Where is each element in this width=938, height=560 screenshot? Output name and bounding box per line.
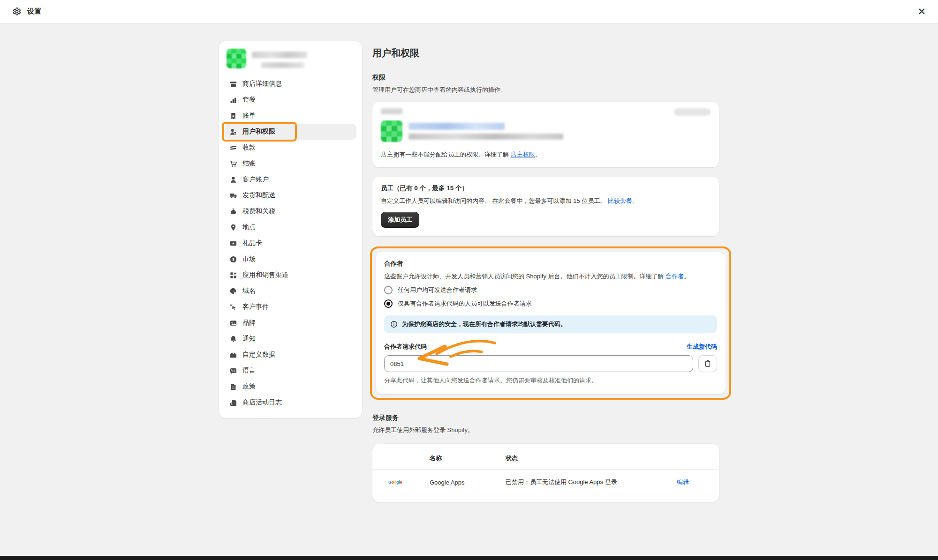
bottom-taskbar-strip [0, 556, 938, 560]
sidebar-item-markets[interactable]: $市场 [225, 251, 356, 267]
sidebar-item-languages[interactable]: A文语言 [225, 363, 356, 379]
gift-cards-icon [229, 239, 237, 247]
section-title: 用户和权限 [372, 47, 719, 60]
sidebar-item-payments[interactable]: 收款 [225, 140, 356, 156]
store-avatar [227, 49, 246, 68]
sidebar-item-notifications[interactable]: 通知 [225, 331, 356, 347]
radio-selected-icon[interactable] [384, 299, 393, 308]
users-permissions-icon [229, 128, 237, 136]
sidebar-item-store-activity-log[interactable]: 商店活动日志 [225, 395, 356, 411]
sidebar-item-apps-channels[interactable]: 应用和销售渠道 [225, 267, 356, 283]
sidebar-item-label: 商店活动日志 [242, 398, 282, 407]
sidebar-item-label: 应用和销售渠道 [242, 271, 288, 279]
sidebar-item-checkout[interactable]: 结账 [225, 156, 356, 172]
info-banner: 为保护您商店的安全，现在所有合作者请求均默认需要代码。 [384, 315, 717, 333]
owner-avatar [381, 120, 402, 142]
sidebar-item-users-permissions[interactable]: 用户和权限 [225, 124, 356, 140]
code-label: 合作者请求代码 [384, 343, 427, 351]
owner-badge-redacted [674, 108, 711, 116]
clipboard-icon [704, 360, 711, 367]
column-status: 状态 [506, 454, 677, 463]
sidebar-item-label: 域名 [242, 287, 256, 295]
login-services-heading: 登录服务 [372, 414, 719, 422]
sidebar-item-label: 市场 [242, 255, 256, 263]
login-services-card: 名称 状态 GoogleGoogle Apps已禁用：员工无法使用 Google… [372, 444, 719, 502]
close-icon[interactable]: ✕ [917, 7, 926, 16]
copy-code-button[interactable] [698, 355, 717, 372]
apps-channels-icon [229, 271, 237, 279]
compare-plans-link[interactable]: 比较套餐。 [608, 197, 638, 204]
svg-text:$: $ [232, 257, 234, 261]
table-body: GoogleGoogle Apps已禁用：员工无法使用 Google Apps … [372, 469, 719, 495]
sidebar-item-label: 发货和配送 [242, 191, 275, 200]
service-status: 已禁用：员工无法使用 Google Apps 登录 [506, 478, 677, 486]
policies-icon [229, 383, 237, 391]
store-name-redacted [252, 52, 307, 58]
sidebar-item-label: 地点 [242, 223, 256, 231]
info-banner-text: 为保护您商店的安全，现在所有合作者请求均默认需要代码。 [402, 320, 567, 329]
notifications-icon [229, 335, 237, 343]
plan-icon [229, 96, 237, 104]
radio-unselected-icon[interactable] [384, 286, 393, 294]
sidebar-item-plan[interactable]: 套餐 [225, 92, 356, 108]
domains-icon [229, 287, 237, 295]
annotation-highlight-box-collaborators: 合作者 这些账户允许设计师、开发人员和营销人员访问您的 Shopify 后台。他… [370, 246, 731, 400]
settings-sidebar: 商店详细信息套餐账单用户和权限收款结账客户账户发货和配送税费和关税地点礼品卡$市… [219, 41, 362, 418]
radio-option-code-required[interactable]: 仅具有合作者请求代码的人员可以发送合作者请求 [384, 299, 717, 308]
collaborators-link[interactable]: 合作者 [666, 273, 684, 280]
radio-any-label: 任何用户均可发送合作者请求 [398, 286, 477, 294]
sidebar-item-shipping[interactable]: 发货和配送 [225, 187, 356, 203]
customer-events-icon [229, 303, 237, 311]
code-help-text: 分享此代码，让其他人向您发送合作者请求。您仍需要审核及核准他们的请求。 [384, 376, 717, 385]
sidebar-item-label: 语言 [242, 366, 256, 375]
google-logo-icon: Google [388, 480, 430, 485]
service-name: Google Apps [430, 479, 506, 486]
sidebar-item-custom-data[interactable]: 自定义数据 [225, 347, 356, 363]
billing-icon [229, 112, 237, 120]
sidebar-item-label: 礼品卡 [242, 239, 262, 247]
settings-titlebar: 设置 ✕ [0, 0, 938, 23]
sidebar-item-label: 用户和权限 [242, 127, 275, 136]
customer-accounts-icon [229, 176, 237, 184]
sidebar-item-customer-accounts[interactable]: 客户账户 [225, 172, 356, 187]
shipping-icon [229, 192, 237, 200]
owner-permissions-link[interactable]: 店主权限 [511, 151, 535, 158]
collaborators-description: 这些账户允许设计师、开发人员和营销人员访问您的 Shopify 后台。他们不计入… [384, 273, 666, 280]
collaborator-code-input[interactable] [384, 355, 693, 372]
sidebar-item-label: 客户账户 [242, 175, 269, 184]
staff-card: 员工（已有 0 个，最多 15 个） 自定义工作人员可以编辑和访问的内容。 在此… [372, 177, 719, 236]
markets-icon: $ [229, 255, 237, 263]
owner-card: 店主拥有一些不能分配给员工的权限。详细了解 店主权限。 [372, 102, 719, 167]
sidebar-item-store[interactable]: 商店详细信息 [225, 76, 356, 92]
brand-icon [229, 319, 237, 327]
sidebar-item-locations[interactable]: 地点 [225, 219, 356, 235]
edit-link[interactable]: 编辑 [677, 478, 705, 486]
languages-icon: A文 [229, 367, 237, 375]
generate-new-code-link[interactable]: 生成新代码 [687, 343, 717, 351]
sidebar-item-domains[interactable]: 域名 [225, 283, 356, 299]
info-icon [390, 321, 398, 328]
sidebar-item-billing[interactable]: 账单 [225, 108, 356, 124]
add-staff-button[interactable]: 添加员工 [381, 212, 419, 228]
owner-note-text: 店主拥有一些不能分配给员工的权限。详细了解 [381, 151, 511, 158]
collaborators-card: 合作者 这些账户允许设计师、开发人员和营销人员访问您的 Shopify 后台。他… [376, 252, 726, 394]
sidebar-item-label: 套餐 [242, 96, 256, 104]
sidebar-item-label: 自定义数据 [242, 351, 275, 359]
sidebar-item-gift-cards[interactable]: 礼品卡 [225, 235, 356, 251]
sidebar-item-label: 结账 [242, 159, 256, 168]
table-row: GoogleGoogle Apps已禁用：员工无法使用 Google Apps … [372, 469, 719, 495]
radio-code-label: 仅具有合作者请求代码的人员可以发送合作者请求 [398, 299, 532, 308]
sidebar-item-taxes[interactable]: 税费和关税 [225, 203, 356, 219]
store-icon [229, 80, 237, 88]
owner-label-redacted [381, 108, 402, 114]
page-title: 设置 [27, 7, 41, 16]
sidebar-item-customer-events[interactable]: 客户事件 [225, 299, 356, 315]
permissions-heading: 权限 [372, 74, 719, 82]
locations-icon [229, 224, 237, 231]
radio-option-any-user[interactable]: 任何用户均可发送合作者请求 [384, 286, 717, 294]
sidebar-item-brand[interactable]: 品牌 [225, 315, 356, 331]
sidebar-item-label: 客户事件 [242, 303, 269, 311]
sidebar-item-label: 账单 [242, 112, 256, 120]
taxes-icon [229, 208, 237, 216]
sidebar-item-policies[interactable]: 政策 [225, 379, 356, 395]
